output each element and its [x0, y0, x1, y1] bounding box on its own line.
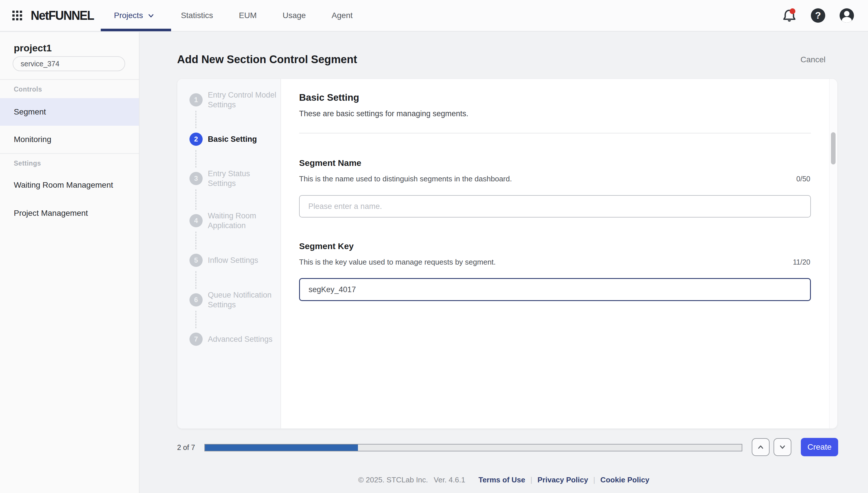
card-scrollbar-track[interactable]	[829, 79, 837, 428]
step-number: 4	[189, 214, 203, 227]
nav-item-statistics[interactable]: Statistics	[181, 0, 213, 31]
nav-right-icons: ?	[781, 7, 855, 23]
stepper-step-3[interactable]: 3 Entry Status Settings	[189, 164, 280, 193]
account-icon[interactable]	[839, 7, 855, 23]
sidebar-item-monitoring[interactable]: Monitoring	[0, 126, 139, 153]
step-number: 7	[189, 333, 203, 346]
step-progress-bar	[204, 444, 742, 451]
chevron-down-icon	[147, 12, 155, 20]
segment-name-help: This is the name used to distinguish seg…	[299, 174, 512, 184]
section-description: These are basic settings for managing se…	[299, 109, 468, 118]
step-label: Waiting Room Application	[208, 211, 280, 231]
privacy-policy-link[interactable]: Privacy Policy	[537, 475, 588, 484]
nav-item-projects[interactable]: Projects	[114, 0, 155, 31]
stepper-step-6[interactable]: 6 Queue Notification Settings	[189, 285, 280, 314]
top-navigation: NetFUNNEL Projects Statistics EUM Usage …	[0, 0, 868, 31]
svg-text:?: ?	[815, 10, 821, 21]
version-text: Ver. 4.6.1	[434, 475, 465, 484]
footer-separator: |	[588, 475, 600, 484]
segment-key-counter: 11/20	[793, 258, 810, 266]
stepper-step-1[interactable]: 1 Entry Control Model Settings	[189, 86, 280, 114]
sidebar-item-waiting-room-management[interactable]: Waiting Room Management	[0, 171, 139, 199]
nav-menu: Projects Statistics EUM Usage Agent	[114, 0, 353, 31]
step-progress-label: 2 of 7	[177, 443, 195, 452]
section-heading: Basic Setting	[299, 92, 359, 103]
stepper-step-4[interactable]: 4 Waiting Room Application	[189, 206, 280, 235]
netfunnel-logo: NetFUNNEL	[31, 8, 94, 23]
service-select[interactable]: service_374	[13, 56, 125, 71]
step-number: 2	[189, 133, 203, 146]
copyright-text: © 2025. STCLab Inc.	[358, 475, 428, 484]
sidebar-item-segment[interactable]: Segment	[0, 98, 139, 126]
segment-name-counter: 0/50	[796, 175, 810, 183]
app-grid-icon[interactable]	[12, 10, 22, 20]
step-label: Entry Control Model Settings	[208, 90, 280, 110]
page-title: Add New Section Control Segment	[177, 53, 357, 66]
help-icon[interactable]: ?	[810, 7, 826, 23]
stepper-step-7[interactable]: 7 Advanced Settings	[189, 325, 280, 353]
chevron-down-icon	[779, 443, 786, 451]
step-number: 6	[189, 293, 203, 306]
stepper-column: 1 Entry Control Model Settings 2 Basic S…	[177, 79, 281, 428]
notification-badge	[790, 8, 796, 14]
segment-key-input[interactable]	[299, 278, 811, 301]
section-divider	[299, 133, 811, 133]
stepper-step-2-active[interactable]: 2 Basic Setting	[189, 125, 280, 153]
stepper-step-5[interactable]: 5 Inflow Settings	[189, 246, 280, 275]
step-progress-fill	[205, 445, 358, 451]
sidebar-divider	[0, 153, 139, 154]
step-number: 3	[189, 172, 203, 185]
sidebar-divider	[0, 79, 139, 80]
nav-item-agent[interactable]: Agent	[332, 0, 353, 31]
sidebar-item-project-management[interactable]: Project Management	[0, 199, 139, 227]
step-number: 5	[189, 254, 203, 267]
card-scrollbar-thumb[interactable]	[831, 132, 835, 165]
step-label: Inflow Settings	[208, 255, 280, 265]
nav-item-eum[interactable]: EUM	[239, 0, 257, 31]
footer: © 2025. STCLab Inc.Ver. 4.6.1Terms of Us…	[140, 475, 868, 485]
sidebar-group-settings: Settings	[14, 159, 41, 167]
segment-name-input[interactable]	[299, 195, 811, 217]
sidebar-group-controls: Controls	[14, 86, 42, 93]
terms-of-use-link[interactable]: Terms of Use	[479, 475, 525, 484]
wizard-card: 1 Entry Control Model Settings 2 Basic S…	[177, 79, 837, 429]
previous-step-button[interactable]	[752, 438, 769, 456]
nav-item-usage[interactable]: Usage	[282, 0, 306, 31]
next-step-button[interactable]	[774, 438, 791, 456]
project-title: project1	[14, 42, 52, 53]
step-label: Basic Setting	[208, 134, 280, 144]
footer-separator: |	[525, 475, 537, 484]
step-label: Entry Status Settings	[208, 169, 280, 188]
step-label: Queue Notification Settings	[208, 290, 280, 309]
cookie-policy-link[interactable]: Cookie Policy	[600, 475, 650, 484]
step-number: 1	[189, 93, 203, 106]
segment-name-label: Segment Name	[299, 158, 361, 168]
cancel-button[interactable]: Cancel	[801, 55, 826, 64]
segment-key-help: This is the key value used to manage req…	[299, 258, 496, 266]
sidebar: project1 service_374 Controls Segment Mo…	[0, 32, 140, 493]
create-button[interactable]: Create	[801, 438, 838, 456]
chevron-up-icon	[757, 443, 765, 451]
step-label: Advanced Settings	[208, 334, 280, 344]
segment-key-label: Segment Key	[299, 241, 354, 251]
bell-icon[interactable]	[781, 7, 798, 23]
